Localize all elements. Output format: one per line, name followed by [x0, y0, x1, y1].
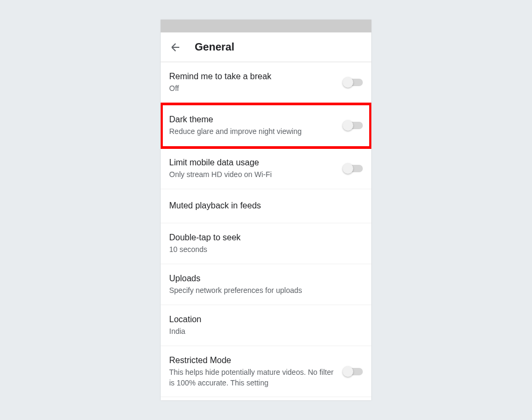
setting-text: Muted playback in feeds — [169, 200, 363, 212]
setting-title: Limit mobile data usage — [169, 157, 335, 169]
setting-subtitle: Only stream HD video on Wi-Fi — [169, 170, 335, 180]
setting-text: Double-tap to seek 10 seconds — [169, 232, 363, 255]
toggle-limit-data[interactable] — [344, 163, 363, 174]
back-button[interactable] — [169, 41, 182, 54]
setting-item-break-reminder[interactable]: Remind me to take a break Off — [161, 62, 371, 103]
setting-title: Dark theme — [169, 114, 335, 125]
setting-title: Uploads — [169, 273, 354, 284]
phone-screen: General Remind me to take a break Off Da… — [161, 20, 371, 400]
toggle-thumb — [343, 77, 353, 88]
setting-text: Location India — [169, 314, 363, 337]
setting-item-uploads[interactable]: Uploads Specify network preferences for … — [161, 264, 371, 305]
status-bar — [161, 20, 371, 32]
toggle-dark-theme[interactable] — [344, 120, 363, 131]
setting-subtitle: Specify network preferences for uploads — [169, 285, 354, 296]
setting-text: Uploads Specify network preferences for … — [169, 273, 363, 296]
setting-title: Muted playback in feeds — [169, 200, 354, 212]
setting-text: Remind me to take a break Off — [169, 71, 344, 94]
setting-text: Restricted Mode This helps hide potentia… — [169, 355, 344, 389]
setting-text: Dark theme Reduce glare and improve nigh… — [169, 114, 344, 137]
toggle-thumb — [343, 366, 353, 377]
setting-item-limit-data[interactable]: Limit mobile data usage Only stream HD v… — [161, 148, 371, 189]
setting-subtitle: India — [169, 326, 354, 337]
toggle-break-reminder[interactable] — [344, 77, 363, 88]
setting-subtitle: Off — [169, 83, 335, 94]
page-title: General — [195, 41, 234, 53]
setting-item-restricted-mode[interactable]: Restricted Mode This helps hide potentia… — [161, 346, 371, 398]
setting-item-double-tap-seek[interactable]: Double-tap to seek 10 seconds — [161, 223, 371, 264]
toggle-thumb — [343, 120, 353, 131]
setting-subtitle: 10 seconds — [169, 245, 354, 255]
setting-item-muted-playback[interactable]: Muted playback in feeds — [161, 189, 371, 223]
setting-title: Restricted Mode — [169, 355, 335, 366]
setting-subtitle: Reduce glare and improve night viewing — [169, 127, 335, 137]
setting-text: Limit mobile data usage Only stream HD v… — [169, 157, 344, 180]
setting-title: Location — [169, 314, 354, 325]
toggle-restricted-mode[interactable] — [344, 366, 363, 377]
settings-list: Remind me to take a break Off Dark theme… — [161, 62, 371, 397]
setting-item-dark-theme[interactable]: Dark theme Reduce glare and improve nigh… — [161, 103, 371, 148]
setting-subtitle: This helps hide potentially mature video… — [169, 367, 335, 388]
setting-item-location[interactable]: Location India — [161, 305, 371, 346]
setting-title: Double-tap to seek — [169, 232, 354, 243]
setting-title: Remind me to take a break — [169, 71, 335, 82]
back-arrow-icon — [169, 41, 182, 54]
app-bar: General — [161, 32, 371, 62]
toggle-thumb — [343, 163, 353, 174]
